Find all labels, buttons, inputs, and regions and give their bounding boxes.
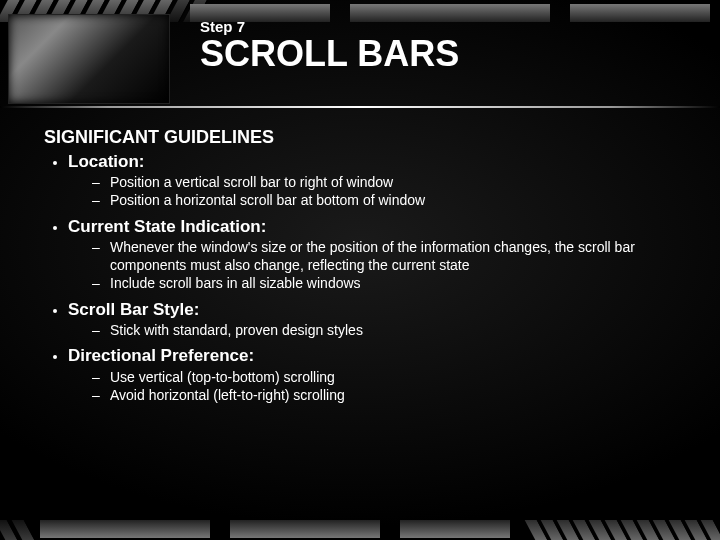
sub-item: Position a horizontal scroll bar at bott…	[110, 192, 690, 210]
bottom-tab-1	[40, 520, 210, 538]
item-title: Directional Preference:	[68, 346, 254, 365]
horizontal-rule	[0, 106, 720, 108]
bottom-tab-3	[400, 520, 510, 538]
item-title: Scroll Bar Style:	[68, 300, 199, 319]
sub-item: Include scroll bars in all sizable windo…	[110, 275, 690, 293]
body-content: SIGNIFICANT GUIDELINES Location: Positio…	[44, 126, 690, 411]
bottom-border	[0, 520, 720, 540]
corner-graphic	[8, 14, 170, 104]
sub-item: Whenever the window's size or the positi…	[110, 239, 690, 274]
sub-list: Whenever the window's size or the positi…	[68, 239, 690, 293]
section-heading: SIGNIFICANT GUIDELINES	[44, 126, 690, 149]
sub-list: Use vertical (top-to-bottom) scrolling A…	[68, 369, 690, 405]
slide: Step 7 SCROLL BARS SIGNIFICANT GUIDELINE…	[0, 0, 720, 540]
top-tab-3	[570, 4, 710, 22]
item-title: Location:	[68, 152, 145, 171]
list-item: Current State Indication: Whenever the w…	[68, 216, 690, 293]
bullet-list: Location: Position a vertical scroll bar…	[44, 151, 690, 405]
sub-list: Stick with standard, proven design style…	[68, 322, 690, 340]
sub-item: Stick with standard, proven design style…	[110, 322, 690, 340]
header: Step 7 SCROLL BARS	[200, 18, 459, 75]
sub-item: Use vertical (top-to-bottom) scrolling	[110, 369, 690, 387]
sub-list: Position a vertical scroll bar to right …	[68, 174, 690, 210]
sub-item: Position a vertical scroll bar to right …	[110, 174, 690, 192]
list-item: Scroll Bar Style: Stick with standard, p…	[68, 299, 690, 340]
list-item: Directional Preference: Use vertical (to…	[68, 345, 690, 404]
item-title: Current State Indication:	[68, 217, 266, 236]
list-item: Location: Position a vertical scroll bar…	[68, 151, 690, 210]
bottom-tab-2	[230, 520, 380, 538]
slide-title: SCROLL BARS	[200, 33, 459, 75]
sub-item: Avoid horizontal (left-to-right) scrolli…	[110, 387, 690, 405]
